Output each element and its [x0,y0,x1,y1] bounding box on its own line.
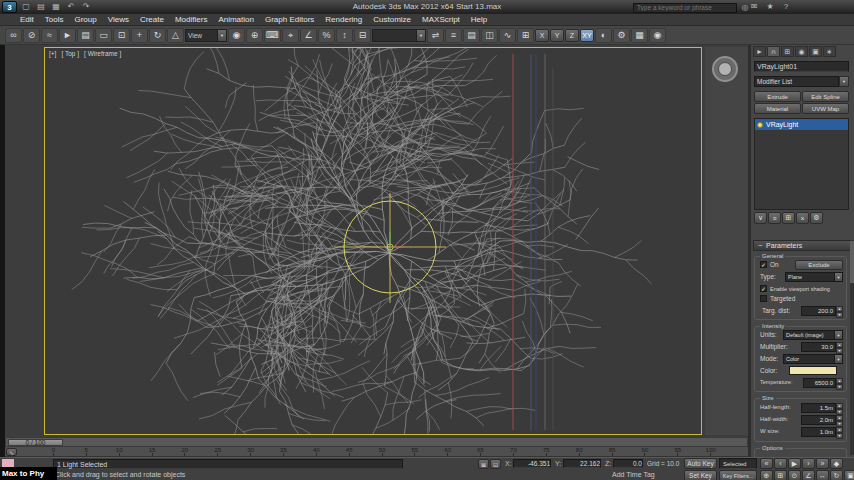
axis-constraint-button[interactable]: X [535,29,549,42]
bind-to-space-warp-icon[interactable]: ≈ [41,28,58,43]
go-to-start-icon[interactable]: « [760,458,773,469]
selection-region-icon[interactable]: ▭ [95,28,112,43]
communication-center-icon[interactable]: ✉ [748,1,760,12]
make-unique-icon[interactable]: ⊞ [782,212,795,224]
select-by-name-icon[interactable]: ▤ [77,28,94,43]
axis-constraint-button[interactable]: Y [550,29,564,42]
tab-hierarchy[interactable]: ⊞ [781,46,794,57]
auto-key-button[interactable]: Auto Key [684,458,717,469]
light-type-dropdown[interactable]: Plane ▼ [785,272,843,282]
use-pivot-center-icon[interactable]: ◉ [228,28,245,43]
tab-display[interactable]: ▣ [809,46,822,57]
z-coord-field[interactable]: 0.0 [613,459,643,468]
scrollbar-thumb[interactable] [850,241,854,283]
y-coord-field[interactable]: 22.162 [563,459,601,468]
modifier-button[interactable]: Edit Spline [802,91,849,102]
modifier-stack[interactable]: VRayLight [754,118,849,210]
track-bar[interactable]: ∿ 0 5 10 15 20 25 30 35 40 45 [5,447,748,457]
menu-item[interactable]: Modifiers [175,15,207,24]
edit-named-selection-sets-icon[interactable]: ⊟ [354,28,371,43]
new-scene-icon[interactable]: ▢ [20,1,32,12]
top-viewport[interactable]: [+] [ Top ] [ Wireframe ] [44,47,702,435]
keyboard-shortcut-override-icon[interactable]: ⌨ [264,28,281,43]
menu-item[interactable]: Animation [218,15,254,24]
modifier-button[interactable]: Extrude [754,91,801,102]
viewport-shading-checkbox[interactable]: ✓ [760,285,767,292]
multiplier-spinner[interactable]: 30.0 ▲▼ [801,342,843,352]
angle-snap-icon[interactable]: ∠ [300,28,317,43]
spinner-down-icon[interactable]: ▼ [836,384,843,390]
remove-modifier-icon[interactable]: × [796,212,809,224]
panel-scrollbar[interactable] [850,240,854,455]
configure-modifier-sets-icon[interactable]: ⚙ [810,212,823,224]
tab-motion[interactable]: ◉ [795,46,808,57]
time-slider[interactable]: 0 / 100 [5,437,748,447]
menu-item[interactable]: MAXScript [422,15,460,24]
key-mode-toggle-icon[interactable]: ◆ [830,458,843,469]
zoom-all-icon[interactable]: ⊞ [774,470,787,480]
menu-item[interactable]: Views [108,15,129,24]
spinner-snap-icon[interactable]: ↕ [336,28,353,43]
pin-stack-icon[interactable]: ∨ [754,212,767,224]
window-crossing-icon[interactable]: ⊡ [113,28,130,43]
play-animation-icon[interactable]: ▶ [788,458,801,469]
application-button[interactable]: 3 [2,1,17,13]
add-time-tag[interactable]: Add Time Tag [612,471,655,478]
select-and-scale-icon[interactable]: △ [167,28,184,43]
secondary-viewport-strip[interactable] [705,47,748,435]
search-input[interactable] [633,3,737,13]
maximize-viewport-toggle-icon[interactable]: ▣ [844,470,854,480]
x-coord-field[interactable]: -46.351 [513,459,551,468]
key-filter-combo[interactable]: Selected [719,458,757,469]
select-and-link-icon[interactable]: ∞ [5,28,22,43]
menu-item[interactable]: Help [471,15,487,24]
menu-item[interactable]: Create [140,15,164,24]
help-icon[interactable]: ? [780,1,792,12]
half-length-spinner[interactable]: 1.5m ▲▼ [801,403,843,413]
select-object-icon[interactable]: ► [59,28,76,43]
temperature-spinner[interactable]: 6500.0 ▲▼ [803,378,843,388]
axis-constraint-button[interactable]: XY [580,29,594,42]
menu-item[interactable]: Edit [20,15,34,24]
viewport-general-menu[interactable]: [+] [49,50,56,57]
viewport-shading-menu[interactable]: [ Wireframe ] [84,50,121,57]
half-width-spinner[interactable]: 2.0m ▲▼ [801,415,843,425]
units-dropdown[interactable]: Default (image) ▼ [783,330,843,340]
save-file-icon[interactable]: ▦ [50,1,62,12]
key-filters-button[interactable]: Key Filters... [719,470,757,480]
snap-toggle-icon[interactable]: ⌖ [282,28,299,43]
select-and-manipulate-icon[interactable]: ⊕ [246,28,263,43]
reference-coordinate-system-combo[interactable]: View ▼ [185,29,227,42]
parameters-rollout-header[interactable]: − Parameters [753,240,851,251]
time-slider-handle[interactable]: 0 / 100 [8,439,63,446]
targeted-checkbox[interactable] [760,295,767,302]
light-color-swatch[interactable] [789,366,837,375]
spinner-down-icon[interactable]: ▼ [836,433,843,439]
next-frame-icon[interactable]: › [802,458,815,469]
menu-item[interactable]: Rendering [325,15,362,24]
w-size-spinner[interactable]: 1.0m ▲▼ [801,427,843,437]
go-to-end-icon[interactable]: » [816,458,829,469]
select-and-rotate-icon[interactable]: ↻ [149,28,166,43]
graphite-ribbon-icon[interactable]: ◫ [481,28,498,43]
viewport-pov-menu[interactable]: [ Top ] [61,50,79,57]
tab-utilities[interactable]: ∗ [823,46,836,57]
menu-item[interactable]: Graph Editors [265,15,314,24]
field-of-view-icon[interactable]: ∠ [802,470,815,480]
layer-manager-icon[interactable]: ▤ [463,28,480,43]
select-and-move-icon[interactable]: + [131,28,148,43]
render-production-icon[interactable]: ◉ [649,28,666,43]
menu-item[interactable]: Tools [45,15,64,24]
pan-icon[interactable]: ↔ [816,470,829,480]
stack-item[interactable]: VRayLight [755,119,848,130]
modifier-button[interactable]: Material [754,103,801,114]
open-file-icon[interactable]: ▤ [35,1,47,12]
axis-constraint-button[interactable]: Z [565,29,579,42]
exclude-button[interactable]: Exclude [795,260,843,270]
orbit-icon[interactable]: ↻ [830,470,843,480]
percent-snap-icon[interactable]: % [318,28,335,43]
mirror-icon[interactable]: ⇌ [427,28,444,43]
mini-curve-editor-button[interactable]: ∿ [6,448,17,456]
show-end-result-icon[interactable]: ≡ [768,212,781,224]
zoom-icon[interactable]: ⊕ [760,470,773,480]
